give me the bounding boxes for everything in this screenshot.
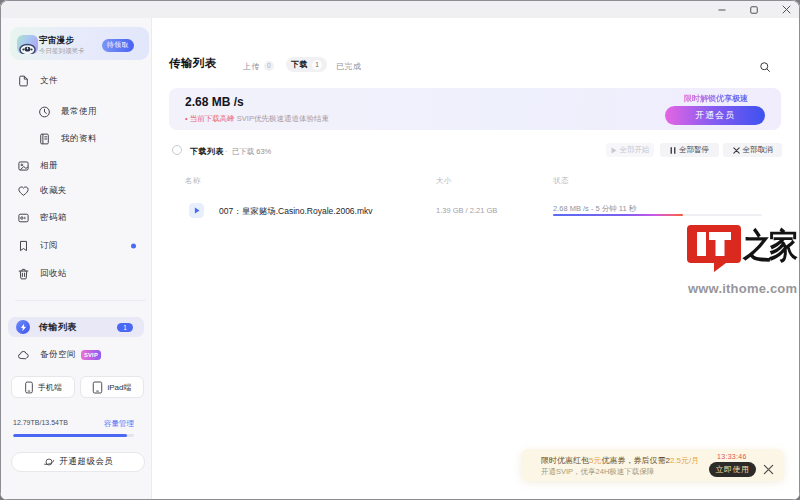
lightning-icon [16,320,30,334]
storage-manage-link[interactable]: 容量管理 [104,419,134,429]
ipad-client-button[interactable]: iPad端 [80,376,144,398]
sidebar-item-recent[interactable]: 最常使用 [8,99,146,125]
column-header-name: 名称 [185,176,201,186]
sidebar-item-favorites[interactable]: 收藏夹 [8,178,146,204]
download-speed: 2.68 MB /s [185,95,244,109]
svip-badge: SVIP [81,350,101,360]
tab-download[interactable]: 下载1 [286,57,327,72]
file-progress-bar [553,214,762,217]
file-icon [17,75,30,88]
close-icon [763,464,774,475]
ithome-watermark: 之家 www.ithome.com [682,223,800,308]
use-coupon-button[interactable]: 立即使用 [709,462,756,477]
sidebar-item-label: 相册 [40,160,58,172]
search-button[interactable] [759,59,771,71]
sidebar-item-label: 文件 [40,75,58,87]
column-header-status: 状态 [553,176,569,186]
promo-close-button[interactable] [763,461,775,473]
sidebar: 宇宙漫步 今日签到领奖卡 待领取 文件 最常使用 我的资料 [1,18,152,499]
download-list-title: 下载列表 [190,146,224,157]
file-progress-fill [553,214,683,217]
open-super-vip-button[interactable]: 开通超级会员 [11,452,145,472]
sidebar-item-files[interactable]: 文件 [8,68,146,94]
user-card-subtitle: 今日签到领奖卡 [39,47,85,56]
tablet-icon [92,381,103,394]
sidebar-item-label: 收藏夹 [40,185,67,197]
maximize-icon [750,6,758,14]
bookmark-icon [17,240,30,253]
storage-info: 12.79TB/13.54TB 容量管理 [13,419,134,429]
user-name: 宇宙漫步 [39,35,74,47]
window-close-button[interactable] [771,1,800,18]
sidebar-item-label: 备份空间 [40,349,76,361]
tab-upload[interactable]: 上传0 [243,61,274,72]
search-icon [759,61,771,73]
sidebar-item-transfer-list-active[interactable]: 传输列表 1 [8,317,144,337]
sidebar-item-backup-space[interactable]: 备份空间 SVIP [8,344,146,366]
phone-icon [24,381,34,394]
action-label: 全部取消 [743,145,773,155]
ithome-logo [686,223,742,273]
play-icon [611,147,617,154]
window-minimize-button[interactable] [707,1,737,18]
file-status: 2.68 MB /s - 5 分钟 11 秒 [553,204,636,214]
close-icon [782,5,791,14]
sidebar-divider [15,300,146,301]
row-play-button[interactable] [189,203,204,218]
upload-count-badge: 0 [264,61,274,71]
sidebar-item-subscriptions[interactable]: 订阅 [8,233,146,259]
sidebar-item-label: 密码箱 [40,212,67,224]
open-membership-button[interactable]: 开通会员 [665,106,765,125]
cancel-all-button[interactable]: 全部取消 [723,143,782,157]
main-content: 传输列表 上传0 下载1 已完成 2.68 MB /s • 当前下载高峰 SVI… [152,18,799,499]
open-super-vip-label: 开通超级会员 [60,456,114,468]
sidebar-item-recycle-bin[interactable]: 回收站 [8,261,146,287]
promo-countdown: 13:33:46 [717,453,747,460]
phone-client-button[interactable]: 手机端 [11,376,75,398]
play-icon [194,207,200,214]
sidebar-item-albums[interactable]: 相册 [8,153,146,179]
photo-icon [17,160,30,173]
notice-trial: SVIP优先极速通道体验结束 [237,114,329,123]
window-maximize-button[interactable] [739,1,769,18]
trash-icon [17,268,30,281]
speed-banner: 2.68 MB /s • 当前下载高峰 SVIP优先极速通道体验结束 限时解锁优… [169,88,781,130]
safe-icon [17,212,30,225]
start-all-button[interactable]: 全部开始 [606,143,654,157]
promo-banner: 限时优惠红包5元优惠券，券后仅需22.5元/月 开通SVIP，优享24H极速下载… [521,449,784,481]
speed-notice: • 当前下载高峰 SVIP优先极速通道体验结束 [185,114,329,124]
app-window: 宇宙漫步 今日签到领奖卡 待领取 文件 最常使用 我的资料 [0,0,800,500]
notification-dot [131,244,136,249]
sidebar-item-label: 订阅 [40,240,58,252]
heart-icon [17,185,30,198]
tab-label: 下载 [291,59,308,70]
file-size: 1.39 GB / 2.21 GB [436,206,497,215]
claim-reward-button[interactable]: 待领取 [102,39,134,52]
sidebar-item-label: 传输列表 [39,321,77,334]
device-button-label: iPad端 [107,382,131,393]
select-all-checkbox[interactable] [172,145,182,155]
sidebar-item-label: 最常使用 [61,106,97,118]
list-toolbar: 下载列表 · 已下载 63% 全部开始 全部暂停 全部取消 [152,143,799,157]
tab-label: 上传 [243,62,260,71]
banner-promo-text: 限时解锁优享极速 [684,93,748,104]
storage-usage: 12.79TB/13.54TB [13,419,68,426]
clock-icon [38,106,51,119]
pause-all-button[interactable]: 全部暂停 [660,143,719,157]
storage-progress-bar [13,434,134,437]
download-progress-note: · 已下载 63% [225,147,271,157]
pause-icon [670,147,676,154]
sidebar-item-password-box[interactable]: 密码箱 [8,205,146,231]
page-title: 传输列表 [169,56,217,71]
device-button-label: 手机端 [38,382,62,393]
storage-progress-fill [13,434,127,437]
sidebar-item-label: 回收站 [40,268,67,280]
promo-headline: 限时优惠红包5元优惠券，券后仅需22.5元/月 [541,455,699,466]
promo-subline: 开通SVIP，优享24H极速下载保障 [541,467,654,477]
user-card[interactable]: 宇宙漫步 今日签到领奖卡 待领取 [10,27,149,60]
action-label: 全部暂停 [679,145,709,155]
sidebar-item-my-docs[interactable]: 我的资料 [8,126,146,152]
tab-completed[interactable]: 已完成 [336,61,362,72]
sidebar-item-label: 我的资料 [61,133,97,145]
user-avatar [17,35,38,54]
